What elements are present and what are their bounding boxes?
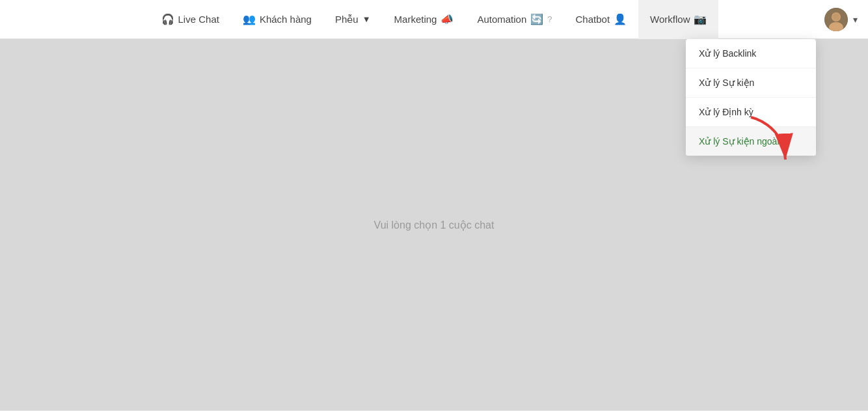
- placeholder-text: Vui lòng chọn 1 cuộc chat: [374, 219, 495, 231]
- chevron-down-icon[interactable]: ▾: [853, 14, 858, 25]
- nav-item-live-chat[interactable]: 🎧 Live Chat: [150, 0, 231, 39]
- nav-item-chatbot[interactable]: Chatbot 👤: [564, 0, 639, 39]
- nav-label-workflow: Workflow: [650, 14, 690, 25]
- nav-item-automation[interactable]: Automation 🔄 ?: [465, 0, 563, 39]
- users-icon: 👥: [243, 13, 256, 25]
- megaphone-icon: 📣: [441, 13, 454, 25]
- avatar-image: [824, 8, 848, 31]
- nav-label-chatbot: Chatbot: [576, 14, 610, 25]
- nav-item-marketing[interactable]: Marketing 📣: [383, 0, 466, 39]
- dropdown-item-su-kien[interactable]: Xử lý Sự kiện: [686, 68, 816, 98]
- refresh-icon: 🔄: [530, 13, 543, 25]
- nav-items: 🎧 Live Chat 👥 Khách hàng Phễu ▼ Marketin…: [150, 0, 719, 39]
- nav-label-khach-hang: Khách hàng: [260, 14, 312, 25]
- bot-icon: 👤: [614, 13, 627, 25]
- nav-label-automation: Automation: [477, 14, 526, 25]
- nav-item-workflow[interactable]: Workflow 📷: [638, 0, 718, 39]
- question-mark: ?: [547, 14, 552, 24]
- nav-label-marketing: Marketing: [394, 14, 437, 25]
- dropdown-item-dinh-ky[interactable]: Xử lý Định kỳ: [686, 98, 816, 127]
- filter-icon: ▼: [362, 14, 371, 24]
- nav-item-khach-hang[interactable]: 👥 Khách hàng: [231, 0, 323, 39]
- nav-right: ▾: [824, 8, 858, 31]
- camera-icon: 📷: [694, 13, 707, 25]
- nav-label-live-chat: Live Chat: [178, 14, 219, 25]
- dropdown-item-backlink[interactable]: Xử lý Backlink: [686, 39, 816, 68]
- headset-icon: 🎧: [161, 13, 174, 25]
- avatar[interactable]: [824, 8, 848, 31]
- topbar: 🎧 Live Chat 👥 Khách hàng Phễu ▼ Marketin…: [0, 0, 868, 39]
- nav-item-pheu[interactable]: Phễu ▼: [323, 0, 383, 39]
- dropdown-item-su-kien-ngoai[interactable]: Xử lý Sự kiện ngoài: [686, 127, 816, 156]
- nav-label-pheu: Phễu: [335, 14, 359, 25]
- svg-point-3: [832, 13, 840, 21]
- workflow-dropdown: Xử lý Backlink Xử lý Sự kiện Xử lý Định …: [686, 39, 816, 156]
